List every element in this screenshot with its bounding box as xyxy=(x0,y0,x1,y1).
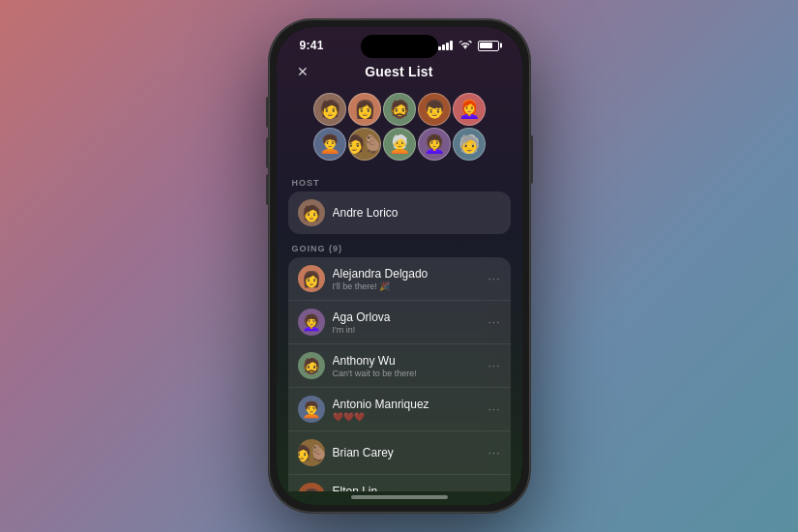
avatar-5: 👩‍🦰 xyxy=(453,93,486,126)
list-item[interactable]: 👩‍🦱 Aga Orlova I'm in! ··· xyxy=(288,300,511,343)
home-indicator xyxy=(351,495,448,499)
person-avatar-0: 👩 xyxy=(298,265,325,292)
list-item[interactable]: 👦 Elton Lin stoked! ··· xyxy=(288,474,511,491)
signal-icon xyxy=(438,41,453,50)
list-item[interactable]: 🧔 Anthony Wu Can't wait to be there! ··· xyxy=(288,343,511,387)
wifi-icon xyxy=(458,41,472,50)
avatar-7: 🧑‍🦫 xyxy=(348,128,381,161)
host-card: 🧑 Andre Lorico xyxy=(288,192,511,234)
close-button[interactable]: ✕ xyxy=(292,61,313,82)
person-name-3: Antonio Manriquez xyxy=(333,398,485,411)
battery-fill xyxy=(480,43,492,48)
dynamic-island xyxy=(361,35,438,58)
person-status-3: ❤️❤️❤️ xyxy=(333,412,485,422)
person-status-1: I'm in! xyxy=(333,325,485,335)
person-name-4: Brian Carey xyxy=(333,446,485,459)
status-icons xyxy=(438,41,499,51)
more-button-0[interactable]: ··· xyxy=(484,272,500,285)
avatar-row-2: 🧑‍🦱 🧑‍🦫 🧑‍🦳 👩‍🦱 🧓 xyxy=(313,128,486,161)
battery-icon xyxy=(478,41,499,51)
person-avatar-5: 👦 xyxy=(298,483,325,491)
person-text-5: Elton Lin stoked! xyxy=(333,485,485,492)
avatar-8: 🧑‍🦳 xyxy=(383,128,416,161)
avatar-10: 🧓 xyxy=(453,128,486,161)
avatar-4: 👦 xyxy=(418,93,451,126)
avatar-9: 👩‍🦱 xyxy=(418,128,451,161)
person-text-1: Aga Orlova I'm in! xyxy=(333,310,485,335)
more-button-3[interactable]: ··· xyxy=(484,402,500,416)
person-text-4: Brian Carey xyxy=(333,446,485,460)
host-item[interactable]: 🧑 Andre Lorico xyxy=(288,192,511,234)
host-avatar: 🧑 xyxy=(298,199,325,226)
more-button-1[interactable]: ··· xyxy=(484,315,500,329)
person-name-0: Alejandra Delgado xyxy=(333,267,485,281)
person-status-2: Can't wait to be there! xyxy=(333,369,485,378)
person-text-3: Antonio Manriquez ❤️❤️❤️ xyxy=(333,398,485,422)
app-screen: 9:41 ✕ Guest List xyxy=(277,27,522,505)
person-text-0: Alejandra Delgado I'll be there! 🎉 xyxy=(333,267,485,291)
more-button-4[interactable]: ··· xyxy=(484,446,500,459)
status-time: 9:41 xyxy=(300,39,324,52)
person-avatar-4: 🧑‍🦫 xyxy=(298,439,325,466)
person-avatar-2: 🧔 xyxy=(298,352,325,379)
avatar-1: 🧑 xyxy=(313,93,346,126)
more-button-5[interactable]: ··· xyxy=(484,489,500,491)
person-name-1: Aga Orlova xyxy=(333,310,485,324)
going-card: 👩 Alejandra Delgado I'll be there! 🎉 ···… xyxy=(288,257,511,491)
avatar-cluster: 🧑 👩 🧔 👦 👩‍🦰 🧑‍🦱 🧑‍🦫 🧑‍🦳 👩‍🦱 🧓 xyxy=(277,85,522,174)
phone-frame: 9:41 ✕ Guest List xyxy=(269,19,530,513)
avatar-row-1: 🧑 👩 🧔 👦 👩‍🦰 xyxy=(313,93,486,126)
going-section-header: GOING (9) xyxy=(288,240,511,257)
person-avatar-3: 🧑‍🦱 xyxy=(298,396,325,423)
person-avatar-1: 👩‍🦱 xyxy=(298,309,325,336)
person-text-2: Anthony Wu Can't wait to be there! xyxy=(333,354,485,378)
host-text: Andre Lorico xyxy=(333,206,501,220)
going-section-label: GOING (9) xyxy=(292,244,343,253)
close-icon: ✕ xyxy=(297,64,309,79)
host-name: Andre Lorico xyxy=(333,206,501,220)
more-button-2[interactable]: ··· xyxy=(484,359,500,372)
avatar-6: 🧑‍🦱 xyxy=(313,128,346,161)
person-name-5: Elton Lin xyxy=(333,485,485,492)
list-area: HOST 🧑 Andre Lorico GOING (9) 👩 xyxy=(277,174,522,491)
list-item[interactable]: 🧑‍🦫 Brian Carey ··· xyxy=(288,430,511,474)
list-item[interactable]: 👩 Alejandra Delgado I'll be there! 🎉 ··· xyxy=(288,257,511,300)
phone-screen: 9:41 ✕ Guest List xyxy=(277,27,522,505)
person-name-2: Anthony Wu xyxy=(333,354,485,368)
screen-title: Guest List xyxy=(365,64,432,79)
avatar-3: 🧔 xyxy=(383,93,416,126)
host-section-label: HOST xyxy=(288,174,511,192)
list-item[interactable]: 🧑‍🦱 Antonio Manriquez ❤️❤️❤️ ··· xyxy=(288,387,511,430)
person-status-0: I'll be there! 🎉 xyxy=(333,281,485,291)
app-header: ✕ Guest List xyxy=(277,56,522,85)
avatar-2: 👩 xyxy=(348,93,381,126)
